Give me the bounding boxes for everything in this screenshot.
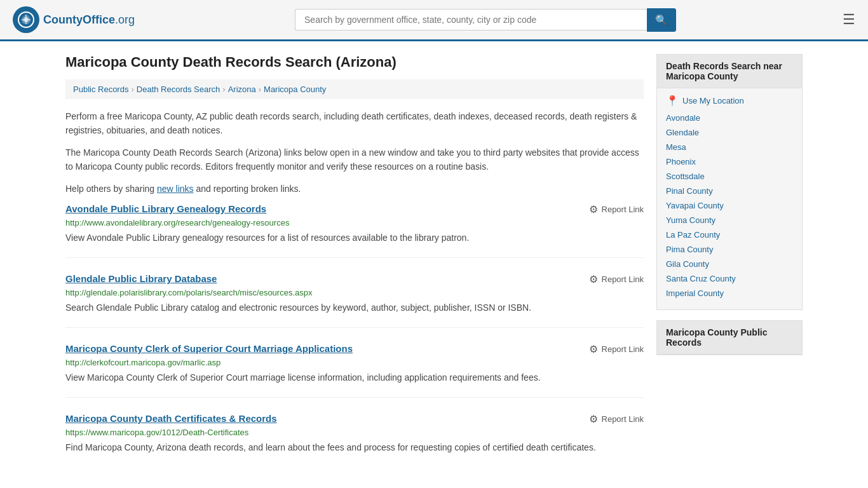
sidebar: Death Records Search near Maricopa Count… (656, 54, 803, 482)
report-label-2: Report Link (602, 344, 644, 354)
sidebar-nearby-section: Death Records Search near Maricopa Count… (656, 54, 803, 310)
result-title-1[interactable]: Glendale Public Library Database (65, 273, 217, 284)
sidebar-link-gila-county[interactable]: Gila County (666, 259, 793, 269)
results-list: Avondale Public Library Genealogy Record… (65, 203, 644, 467)
logo-icon (13, 6, 39, 33)
breadcrumb-arizona[interactable]: Arizona (228, 85, 256, 94)
sidebar-link-imperial-county[interactable]: Imperial County (666, 288, 793, 298)
report-icon-2: ⚙ (589, 343, 598, 355)
description-3: Help others by sharing new links and rep… (65, 182, 644, 196)
use-location-link[interactable]: Use My Location (682, 96, 744, 105)
logo-domain: .org (115, 13, 135, 26)
location-pin-icon: 📍 (666, 95, 679, 107)
sidebar-link-scottsdale[interactable]: Scottsdale (666, 172, 793, 181)
result-item-3: Maricopa County Death Certificates & Rec… (65, 413, 644, 467)
description-3-post: and reporting broken links. (194, 184, 301, 194)
page-title: Maricopa County Death Records Search (Ar… (65, 54, 644, 71)
sidebar-link-santa-cruz-county[interactable]: Santa Cruz County (666, 274, 793, 283)
sidebar-public-records-section: Maricopa County Public Records (656, 320, 803, 355)
search-area: 🔍 (295, 8, 676, 32)
breadcrumb-sep-1: › (131, 85, 133, 94)
report-label-3: Report Link (602, 414, 644, 424)
result-desc-0: View Avondale Public Library genealogy r… (65, 231, 644, 245)
main-container: Maricopa County Death Records Search (Ar… (53, 41, 815, 488)
result-header-0: Avondale Public Library Genealogy Record… (65, 203, 644, 215)
result-title-0[interactable]: Avondale Public Library Genealogy Record… (65, 203, 266, 214)
description-2: The Maricopa County Death Records Search… (65, 146, 644, 174)
report-link-0[interactable]: ⚙ Report Link (589, 203, 644, 215)
logo-office: Office (83, 13, 115, 26)
description-3-pre: Help others by sharing (65, 184, 157, 194)
sidebar-nearby-body: 📍 Use My Location Avondale Glendale Mesa… (657, 88, 802, 309)
sidebar-public-records-header-text: Maricopa County Public Records (666, 327, 767, 348)
new-links-link[interactable]: new links (157, 184, 194, 194)
search-input[interactable] (295, 9, 647, 30)
description-1: Perform a free Maricopa County, AZ publi… (65, 109, 644, 138)
logo-area: CountyOffice.org (13, 6, 135, 33)
result-url-0[interactable]: http://www.avondalelibrary.org/research/… (65, 218, 644, 227)
breadcrumb-sep-2: › (222, 85, 225, 94)
report-link-2[interactable]: ⚙ Report Link (589, 343, 644, 355)
logo-text: CountyOffice.org (43, 13, 135, 27)
breadcrumb-maricopa-county[interactable]: Maricopa County (264, 85, 326, 94)
sidebar-link-pinal-county[interactable]: Pinal County (666, 186, 793, 196)
report-label-0: Report Link (602, 205, 644, 214)
result-item-2: Maricopa County Clerk of Superior Court … (65, 343, 644, 398)
result-header-1: Glendale Public Library Database ⚙ Repor… (65, 273, 644, 285)
menu-button[interactable]: ☰ (843, 11, 855, 28)
result-header-2: Maricopa County Clerk of Superior Court … (65, 343, 644, 355)
result-title-2[interactable]: Maricopa County Clerk of Superior Court … (65, 343, 353, 354)
site-header: CountyOffice.org 🔍 ☰ (0, 0, 868, 41)
sidebar-nearby-header-text: Death Records Search near Maricopa Count… (666, 61, 782, 81)
breadcrumb-public-records[interactable]: Public Records (73, 85, 128, 94)
search-button[interactable]: 🔍 (647, 8, 676, 32)
result-item-1: Glendale Public Library Database ⚙ Repor… (65, 273, 644, 328)
sidebar-link-yavapai-county[interactable]: Yavapai County (666, 201, 793, 210)
report-icon-0: ⚙ (589, 203, 598, 215)
breadcrumb: Public Records › Death Records Search › … (65, 79, 644, 99)
result-header-3: Maricopa County Death Certificates & Rec… (65, 413, 644, 425)
report-icon-3: ⚙ (589, 413, 598, 425)
breadcrumb-sep-3: › (259, 85, 261, 94)
result-url-1[interactable]: http://glendale.polarislibrary.com/polar… (65, 288, 644, 297)
sidebar-nearby-header: Death Records Search near Maricopa Count… (657, 55, 802, 88)
sidebar-link-mesa[interactable]: Mesa (666, 142, 793, 152)
result-title-3[interactable]: Maricopa County Death Certificates & Rec… (65, 413, 277, 424)
report-link-3[interactable]: ⚙ Report Link (589, 413, 644, 425)
sidebar-link-glendale[interactable]: Glendale (666, 128, 793, 137)
sidebar-link-phoenix[interactable]: Phoenix (666, 157, 793, 166)
result-desc-2: View Maricopa County Clerk of Superior C… (65, 371, 644, 384)
header-right: ☰ (836, 11, 855, 28)
result-url-2[interactable]: http://clerkofcourt.maricopa.gov/marlic.… (65, 358, 644, 367)
sidebar-use-location-row: 📍 Use My Location (666, 95, 793, 107)
result-desc-1: Search Glendale Public Library catalog a… (65, 301, 644, 315)
report-label-1: Report Link (602, 274, 644, 284)
report-link-1[interactable]: ⚙ Report Link (589, 273, 644, 285)
logo-county: County (43, 13, 83, 26)
report-icon-1: ⚙ (589, 273, 598, 285)
sidebar-link-pima-county[interactable]: Pima County (666, 245, 793, 254)
sidebar-public-records-header: Maricopa County Public Records (657, 321, 802, 355)
breadcrumb-death-records-search[interactable]: Death Records Search (137, 85, 220, 94)
sidebar-link-avondale[interactable]: Avondale (666, 113, 793, 123)
result-item-0: Avondale Public Library Genealogy Record… (65, 203, 644, 258)
result-url-3[interactable]: https://www.maricopa.gov/1012/Death-Cert… (65, 428, 644, 437)
result-desc-3: Find Maricopa County, Arizona death reco… (65, 441, 644, 454)
sidebar-link-yuma-county[interactable]: Yuma County (666, 215, 793, 225)
content-area: Maricopa County Death Records Search (Ar… (65, 54, 644, 482)
sidebar-link-la-paz-county[interactable]: La Paz County (666, 230, 793, 240)
